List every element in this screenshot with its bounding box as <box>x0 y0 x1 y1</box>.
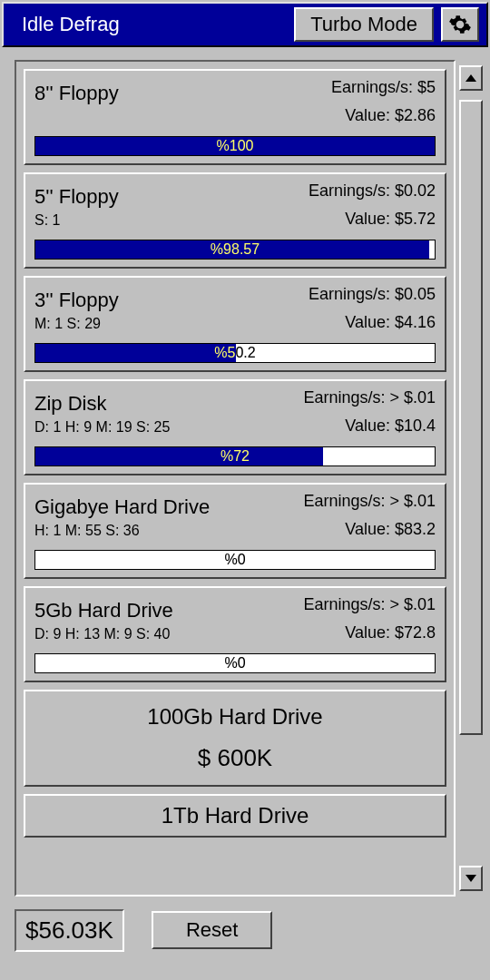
drive-list[interactable]: 8'' FloppyEarnings/s: $5Value: $2.86%100… <box>15 60 456 897</box>
drive-card[interactable]: Zip DiskD: 1 H: 9 M: 19 S: 25Earnings/s:… <box>24 379 446 475</box>
scrollbar <box>457 60 485 897</box>
svg-marker-0 <box>466 74 476 82</box>
drive-earnings: Earnings/s: > $.01 <box>303 595 436 614</box>
drive-card[interactable]: 8'' FloppyEarnings/s: $5Value: $2.86%100 <box>24 69 446 165</box>
drive-earnings: Earnings/s: $5 <box>331 78 436 97</box>
drive-earnings: Earnings/s: $0.05 <box>309 285 436 304</box>
progress-bar: %0 <box>34 550 436 570</box>
locked-drive-price: $ 600K <box>38 744 432 772</box>
drive-card[interactable]: 3'' FloppyM: 1 S: 29Earnings/s: $0.05Val… <box>24 276 446 372</box>
reset-button[interactable]: Reset <box>152 911 272 949</box>
scroll-down-button[interactable] <box>459 866 483 891</box>
drive-timer: M: 1 S: 29 <box>34 316 119 332</box>
card-top-row: 5'' FloppyS: 1Earnings/s: $0.02Value: $5… <box>34 181 436 238</box>
locked-drive-card[interactable]: 1Tb Hard Drive <box>24 794 446 838</box>
card-top-row: Zip DiskD: 1 H: 9 M: 19 S: 25Earnings/s:… <box>34 388 436 445</box>
chevron-down-icon <box>466 875 476 882</box>
drive-card[interactable]: 5Gb Hard DriveD: 9 H: 13 M: 9 S: 40Earni… <box>24 586 446 682</box>
locked-drive-card[interactable]: 100Gb Hard Drive$ 600K <box>24 690 446 787</box>
drive-card[interactable]: 5'' FloppyS: 1Earnings/s: $0.02Value: $5… <box>24 172 446 269</box>
drive-earnings: Earnings/s: > $.01 <box>303 388 436 407</box>
progress-bar: %98.57 <box>34 240 436 260</box>
drive-name: Zip Disk <box>34 388 170 416</box>
drive-name: Gigabye Hard Drive <box>34 492 210 519</box>
progress-bar: %100 <box>34 136 436 156</box>
locked-drive-name: 1Tb Hard Drive <box>33 803 437 828</box>
drive-value: Value: $2.86 <box>331 106 436 125</box>
app-title: Idle Defrag <box>22 13 294 36</box>
drive-earnings: Earnings/s: $0.02 <box>309 181 436 201</box>
drive-value: Value: $5.72 <box>309 210 436 229</box>
title-bar: Idle Defrag Turbo Mode <box>2 2 488 47</box>
card-top-row: 3'' FloppyM: 1 S: 29Earnings/s: $0.05Val… <box>34 285 436 341</box>
progress-label: %98.57 <box>35 240 435 259</box>
progress-bar: %72 <box>34 446 436 466</box>
drive-timer: S: 1 <box>34 212 119 229</box>
drive-name: 5Gb Hard Drive <box>34 595 173 622</box>
card-top-row: 5Gb Hard DriveD: 9 H: 13 M: 9 S: 40Earni… <box>34 595 436 652</box>
drive-timer: D: 9 H: 13 M: 9 S: 40 <box>34 626 173 642</box>
progress-label: %50.2 <box>35 344 435 362</box>
footer-bar: $56.03K Reset <box>2 900 488 960</box>
money-display: $56.03K <box>15 909 124 952</box>
drive-value: Value: $4.16 <box>309 313 436 332</box>
progress-label: %0 <box>35 654 435 672</box>
drive-name: 3'' Floppy <box>34 285 119 312</box>
drive-value: Value: $72.8 <box>303 623 436 642</box>
scrollbar-track[interactable] <box>459 93 483 864</box>
chevron-up-icon <box>466 74 476 82</box>
drive-name: 5'' Floppy <box>34 181 119 209</box>
drive-value: Value: $10.4 <box>303 416 436 436</box>
drive-name: 8'' Floppy <box>34 78 119 105</box>
settings-button[interactable] <box>441 7 479 42</box>
progress-label: %72 <box>35 447 435 466</box>
card-top-row: Gigabye Hard DriveH: 1 M: 55 S: 36Earnin… <box>34 492 436 548</box>
drive-earnings: Earnings/s: > $.01 <box>303 492 436 511</box>
main-scroll-area: 8'' FloppyEarnings/s: $5Value: $2.86%100… <box>2 47 488 900</box>
card-top-row: 8'' FloppyEarnings/s: $5Value: $2.86 <box>34 78 436 134</box>
drive-card[interactable]: Gigabye Hard DriveH: 1 M: 55 S: 36Earnin… <box>24 483 446 579</box>
drive-value: Value: $83.2 <box>303 520 436 539</box>
scroll-up-button[interactable] <box>459 65 483 91</box>
progress-bar: %0 <box>34 653 436 673</box>
gear-icon <box>448 13 472 36</box>
scrollbar-thumb[interactable] <box>459 100 483 735</box>
progress-label: %0 <box>35 551 435 569</box>
drive-timer: H: 1 M: 55 S: 36 <box>34 523 210 539</box>
locked-drive-name: 100Gb Hard Drive <box>38 704 432 730</box>
svg-marker-1 <box>466 875 476 882</box>
progress-bar: %50.2 <box>34 343 436 363</box>
turbo-mode-button[interactable]: Turbo Mode <box>294 7 434 42</box>
drive-timer: D: 1 H: 9 M: 19 S: 25 <box>34 419 170 436</box>
progress-label: %100 <box>35 137 435 155</box>
